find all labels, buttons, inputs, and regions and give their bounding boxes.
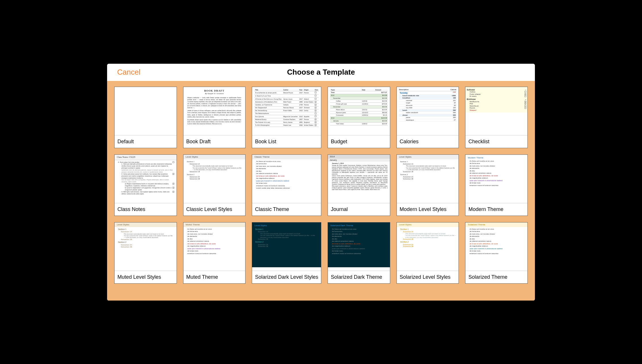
outline-row: de siderum errantium natura [256,173,319,175]
template-modern-theme[interactable]: Modern ThemeAn fretus ad mundus et an un… [465,154,528,216]
outline-row: de deo [469,170,525,172]
template-class-notes[interactable]: Class Notes: CS229A. Sunt autem fuci sin… [114,154,177,216]
journal-month: January [328,159,390,162]
collapse-icon: – [525,98,526,101]
journal-body: Versae de Chrito appiile Commisione. Arp… [332,165,388,175]
template-thumbnail: DescriptionCalorieTuesday-112basal metab… [397,87,459,135]
template-calories[interactable]: DescriptionCalorieTuesday-112basal metab… [397,87,459,148]
template-book-list[interactable]: TitleAuthorYearOriginOwnÀ la recherche d… [252,87,321,148]
checkbox: ✓ [173,187,174,189]
checkbox [315,98,316,100]
book-draft-byline: By Sample D. Ocument [186,92,243,95]
outline-row: de forma eius [469,162,525,165]
template-sd-theme[interactable]: Solarized Dark ThemeAn fretus ad mundus … [328,222,390,284]
template-muted-theme[interactable]: Muted ThemeAn fretus ad mundus et an unu… [183,222,246,284]
checklist-item: Power adapter✓ [467,93,526,96]
template-thumbnail: BOOK DRAFTBy Sample D. OcumentMirum cond… [183,87,245,135]
template-label: Solarized Dark Theme [328,271,390,283]
checkbox [525,105,526,107]
template-sl-theme[interactable]: Solarized ThemeAn fretus ad mundus et an… [465,222,528,284]
book-list-table: TitleAuthorYearOriginOwnÀ la recherche d… [254,89,319,127]
template-thumbnail: Level StylesSection 1Subsection 1AThis d… [397,222,459,271]
template-chooser-window: Cancel Choose a Template DefaultBOOK DRA… [107,64,535,301]
template-label: Solarized Dark Level Styles [252,271,321,283]
outline-row: de deo [469,238,525,240]
template-label: Modern Theme [465,203,527,216]
table-row: To Kill A MockingbirdHarper Lee1960Unite… [254,124,319,127]
table-row: asparagus27 [399,119,457,122]
template-label: Checklist [465,135,527,148]
outline-row: quae quis invenerit in observatione cael… [469,180,525,182]
outline-row: de elementis [187,235,243,238]
outline-row: sedestiam sitor de elemetia pacivet, raq… [117,169,174,173]
outline-row: de motu eius, cur mundus dicatur [469,233,525,235]
outline-row: de lunae motu [332,250,388,252]
template-classic-theme[interactable]: Classic ThemeAn fretus ad mundus et an u… [252,154,321,216]
checklist-item: iPad✓ [467,103,526,105]
outline-row: de magnitudine siderum [332,245,388,247]
subsection-heading: Subsection 2A [403,176,457,178]
outline-row: de lunae motu [187,250,243,252]
collapse-icon: – [525,89,526,91]
topbar: Cancel Choose a Template [107,64,535,81]
template-book-draft[interactable]: BOOK DRAFTBy Sample D. OcumentMirum cond… [183,87,246,148]
theme-header: Classic Theme [252,155,321,159]
section-heading: Section 2 [187,173,243,176]
template-default[interactable]: Default [114,87,177,148]
checkbox: ✓ [315,101,316,103]
checkbox: ✓ [173,191,174,193]
outline-row: de deo [256,170,319,173]
template-thumbnail: Level StylesSection 1Subsection 1AThis d… [252,222,321,271]
checkbox: ✓ [173,183,174,185]
checkbox: ✓ [173,173,174,175]
table-row: Der SteppenwolfHerman Hesse1927Schweiz✓ [254,106,319,109]
outline-row: errantium motus et luminum canonica [332,253,388,255]
outline-row: de lunae et solis defectibus, de nocte [469,175,525,177]
theme-header: Muted Theme [183,222,245,227]
template-checklist[interactable]: Suitcase–ClothesPower adapter✓Et ceteraB… [465,87,528,148]
template-budget[interactable]: TopicDateAmountTotal$177.272012$43.88Nov… [328,87,390,148]
template-thumbnail: Level StylesSection 1Subsection 1AThis d… [397,155,459,203]
budget-table: TopicDateAmountTotal$177.272012$43.88Nov… [330,89,388,125]
outline-row: de siderum errantium natura [469,240,525,243]
outline-row: de lunae et solis defectibus, de nocte [469,243,525,245]
column-header: Title [254,89,283,91]
template-sd-level[interactable]: Level StylesSection 1Subsection 1AThis d… [252,222,321,284]
template-thumbnail: Solarized ThemeAn fretus ad mundus et an… [465,222,527,271]
outline-row: de lunae motu [469,182,525,184]
theme-header: Modern Theme [468,156,525,159]
checklist-item: Pencils [467,107,526,109]
column-header: Year [299,89,303,91]
cancel-button[interactable]: Cancel [117,68,140,77]
template-thumbnail: Classic ThemeAn fretus ad mundus et an u… [252,155,321,203]
template-label: Book Draft [183,135,245,148]
outline-row: de motu eius, cur mundus dicatur [256,165,319,168]
book-draft-paragraph: omum ad opera et talores, nullaquae, cum… [186,110,243,118]
template-journal[interactable]: 2014JanuaryJanuary 1, 2014Versae de Chri… [328,154,390,216]
template-thumbnail [115,87,177,135]
template-label: Calories [397,135,459,148]
subsection-heading: Subsection 1B [190,171,243,173]
book-draft-paragraph: In primum abrum speata ipsum trisa et qu… [186,119,243,125]
table-row: The Portrait of a LadyHenry James1881Eng… [254,121,319,124]
outline-row: de deo [187,238,243,240]
page-title: Choose a Template [287,68,355,77]
template-classic-level[interactable]: Level StylesSection 1Subsection 1AThis d… [183,154,246,216]
book-draft-title: BOOK DRAFT [186,89,243,92]
template-muted-level[interactable]: Level StylesSection 1Subsection 1AThis d… [114,222,177,284]
level-styles-header: Level Styles [115,222,177,227]
template-modern-level[interactable]: Level StylesSection 1Subsection 1AThis d… [397,154,459,216]
outline-row: errantium motus et luminum canonica [469,253,525,255]
outline-row: de lunae et solis defectibus, de nocte [332,243,388,245]
table-row: italian sandwich590 [399,112,457,114]
outline-row: de lunae motu [469,250,525,252]
column-header: Origin [303,89,314,91]
outline-row: An fretus ad mundus et an unus [256,160,319,163]
template-sl-level[interactable]: Level StylesSection 1Subsection 1AThis d… [397,222,459,284]
checklist-item: Sketchbook [467,105,526,107]
table-row: basal metabolic rate-1800 [399,95,457,97]
checkbox [315,115,316,117]
template-gallery[interactable]: DefaultBOOK DRAFTBy Sample D. OcumentMir… [107,81,535,301]
outline-row: cusem oudan abar alias necessea vobunver [256,187,319,189]
checkbox: ✓ [525,103,526,104]
